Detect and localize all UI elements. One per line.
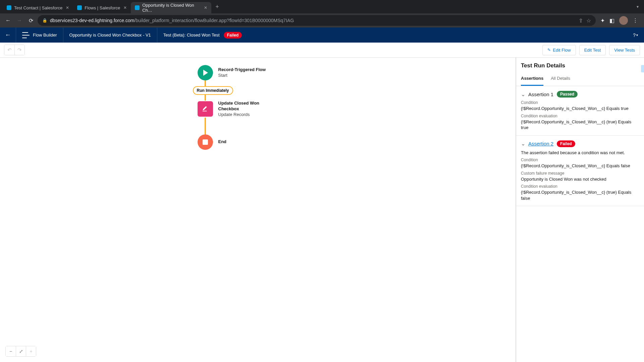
sidepanel-icon[interactable]: ◧ xyxy=(609,17,614,24)
flow-name-crumb[interactable]: Opportunity is Closed Won Checkbox - V1 xyxy=(63,27,157,43)
update-node-subtitle: Update Records xyxy=(218,112,265,118)
salesforce-icon xyxy=(135,5,140,10)
undo-redo-group: ↶ ↷ xyxy=(4,45,25,55)
edit-flow-button[interactable]: ✎ Edit Flow xyxy=(542,45,576,55)
close-icon[interactable]: ✕ xyxy=(66,5,69,10)
assertion-2: ⌄ Assertion 2 Failed The assertion faile… xyxy=(516,136,644,206)
assertion-1-header[interactable]: ⌄ Assertion 1 Passed xyxy=(521,91,639,98)
view-tests-button[interactable]: View Tests xyxy=(609,45,640,55)
stop-icon xyxy=(203,139,208,145)
assertion-1-condition-label: Condition xyxy=(521,100,639,105)
chevron-down-icon[interactable]: ⌄ xyxy=(521,140,525,147)
connector xyxy=(205,118,206,134)
redo-button[interactable]: ↷ xyxy=(14,45,24,55)
end-node-labels: End xyxy=(218,139,227,145)
update-records-node-square xyxy=(198,101,213,117)
start-node-labels: Record-Triggered Flow Start xyxy=(218,67,266,78)
browser-tab-active[interactable]: Opportunity is Closed Won Ch… ✕ xyxy=(131,2,211,13)
tab-title: Test Contact | Salesforce xyxy=(14,5,62,10)
connector: Run Immediately xyxy=(205,80,206,101)
assertion-1-eval-value: {!$Record.Opportunity_is_Closed_Won__c} … xyxy=(521,119,639,131)
assertion-2-condition-value: {!$Record.Opportunity_is_Closed_Won__c} … xyxy=(521,163,639,169)
assertion-2-custom-label: Custom failure message xyxy=(521,171,639,176)
assertion-2-eval-label: Condition evaluation xyxy=(521,184,639,189)
assertion-2-header[interactable]: ⌄ Assertion 2 Failed xyxy=(521,140,639,147)
address-row: ← → ⟳ 🔒 dbservices23-dev-ed.lightning.fo… xyxy=(0,13,644,27)
lock-icon: 🔒 xyxy=(42,18,47,23)
flow-builder-icon xyxy=(22,32,30,38)
run-immediately-badge[interactable]: Run Immediately xyxy=(193,86,233,95)
tab-all-details[interactable]: All Details xyxy=(551,72,570,86)
end-node-title: End xyxy=(218,139,227,145)
share-icon[interactable]: ⇪ xyxy=(579,17,583,24)
start-node-subtitle: Start xyxy=(218,73,266,78)
toolbar: ↶ ↷ ✎ Edit Flow Edit Test View Tests xyxy=(0,43,644,58)
flow-diagram: Record-Triggered Flow Start Run Immediat… xyxy=(198,65,266,150)
tab-title: Flows | Salesforce xyxy=(85,5,120,10)
assertion-2-status: Failed xyxy=(557,140,575,147)
zoom-in-button[interactable]: + xyxy=(26,346,36,356)
edit-test-button[interactable]: Edit Test xyxy=(579,45,606,55)
zoom-palette: − ⤢ + xyxy=(5,346,36,357)
assertion-2-fail-message: The assertion failed because a condition… xyxy=(521,150,639,156)
assertion-1-condition-value: {!$Record.Opportunity_is_Closed_Won__c} … xyxy=(521,106,639,112)
reload-button[interactable]: ⟳ xyxy=(26,16,36,25)
flow-builder-brand[interactable]: Flow Builder xyxy=(16,27,63,43)
help-button[interactable]: ? ▾ xyxy=(627,33,644,38)
address-right-icons: ⇪ ☆ xyxy=(579,17,591,24)
tab-strip: Test Contact | Salesforce ✕ Flows | Sale… xyxy=(0,0,644,13)
panel-collapse-handle[interactable] xyxy=(641,65,644,72)
undo-button[interactable]: ↶ xyxy=(4,45,14,55)
browser-tab[interactable]: Test Contact | Salesforce ✕ xyxy=(3,2,73,13)
chrome-menu-icon[interactable]: ⋮ xyxy=(633,17,638,24)
flow-canvas[interactable]: Record-Triggered Flow Start Run Immediat… xyxy=(0,58,516,362)
address-bar[interactable]: 🔒 dbservices23-dev-ed.lightning.force.co… xyxy=(38,15,596,26)
browser-tab[interactable]: Flows | Salesforce ✕ xyxy=(73,2,131,13)
back-arrow-button[interactable]: ← xyxy=(0,27,16,43)
new-tab-button[interactable]: + xyxy=(211,3,223,10)
start-node-title: Record-Triggered Flow xyxy=(218,67,266,73)
forward-button[interactable]: → xyxy=(15,16,24,25)
edit-test-label: Edit Test xyxy=(584,48,601,53)
edit-flow-label: Edit Flow xyxy=(553,48,571,53)
assertion-2-name[interactable]: Assertion 2 xyxy=(528,141,553,146)
brand-label: Flow Builder xyxy=(33,33,57,38)
pencil-icon: ✎ xyxy=(547,48,551,52)
assertion-1-status: Passed xyxy=(557,91,578,98)
tabs-overflow-icon[interactable]: ▾ xyxy=(631,4,644,9)
end-node[interactable]: End xyxy=(198,134,266,150)
tab-assertions[interactable]: Assertions xyxy=(521,72,543,86)
assertion-2-custom-value: Opportunity is Closed Won was not checke… xyxy=(521,176,639,182)
url-path: /builder_platform_interaction/flowBuilde… xyxy=(134,18,294,23)
update-records-node[interactable]: Update Closed Won Checkbox Update Record… xyxy=(198,101,266,118)
chrome-right-icons: ✦ ◧ ⋮ xyxy=(598,16,641,25)
start-node-circle xyxy=(198,65,213,80)
zoom-fit-button[interactable]: ⤢ xyxy=(16,346,26,356)
zoom-out-button[interactable]: − xyxy=(6,346,16,356)
test-status-badge: Failed xyxy=(224,32,242,39)
extensions-icon[interactable]: ✦ xyxy=(600,17,605,24)
close-icon[interactable]: ✕ xyxy=(123,5,127,10)
tab-title: Opportunity is Closed Won Ch… xyxy=(142,3,201,13)
play-icon xyxy=(203,70,208,76)
test-run-crumb: Test (Beta): Closed Won Test Failed xyxy=(157,27,248,43)
help-icon: ? xyxy=(633,33,636,38)
profile-avatar[interactable] xyxy=(619,16,628,25)
chevron-down-icon[interactable]: ⌄ xyxy=(521,91,525,98)
flow-name: Opportunity is Closed Won Checkbox - V1 xyxy=(69,33,151,38)
assertion-1-name: Assertion 1 xyxy=(528,92,553,97)
end-node-circle xyxy=(198,134,213,150)
main: Record-Triggered Flow Start Run Immediat… xyxy=(0,58,644,362)
sf-header: ← Flow Builder Opportunity is Closed Won… xyxy=(0,27,644,43)
test-details-panel: Test Run Details Assertions All Details … xyxy=(516,58,644,362)
assertion-2-condition-label: Condition xyxy=(521,158,639,162)
start-node[interactable]: Record-Triggered Flow Start xyxy=(198,65,266,80)
back-button[interactable]: ← xyxy=(3,16,13,25)
update-node-labels: Update Closed Won Checkbox Update Record… xyxy=(218,101,265,118)
close-icon[interactable]: ✕ xyxy=(204,5,207,10)
bookmark-icon[interactable]: ☆ xyxy=(586,17,591,24)
toolbar-right: ✎ Edit Flow Edit Test View Tests xyxy=(542,45,640,55)
panel-tabs: Assertions All Details xyxy=(516,72,644,86)
assertion-2-eval-value: {!$Record.Opportunity_is_Closed_Won__c} … xyxy=(521,189,639,201)
url-domain: dbservices23-dev-ed.lightning.force.com xyxy=(50,18,134,23)
